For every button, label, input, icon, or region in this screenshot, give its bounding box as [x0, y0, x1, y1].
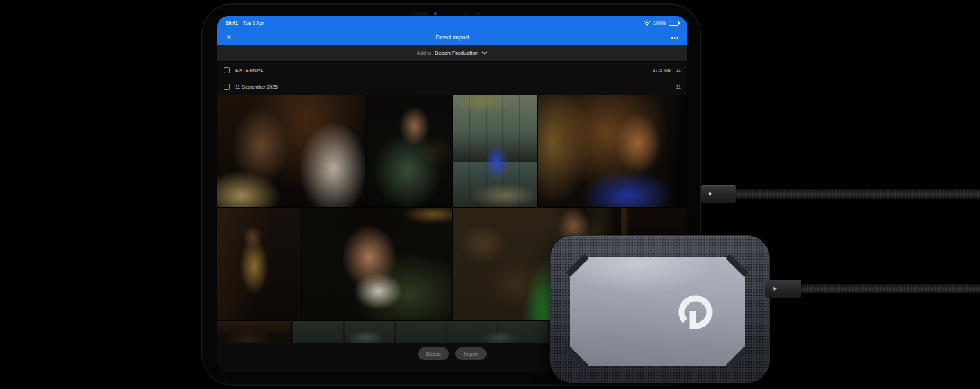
ambient-sensor [465, 13, 467, 15]
source-row-external: EXTERNAL 17.6 MB – 11 [217, 62, 687, 78]
date-label: Tue 1 Apr [243, 21, 264, 26]
date-checkbox[interactable] [224, 84, 230, 90]
g-drive-logo [676, 293, 715, 332]
clock: 09:41 [226, 21, 238, 26]
usb-cable-top [735, 189, 980, 199]
lightning-icon [707, 191, 714, 197]
import-button[interactable]: Import [455, 347, 487, 360]
photo-thumbnail-4[interactable] [538, 95, 687, 207]
battery-icon [669, 21, 679, 26]
more-options-icon[interactable]: ••• [660, 35, 687, 41]
usb-cable-bottom [800, 284, 980, 293]
status-bar: 09:41 Tue 1 Apr 100% [217, 16, 687, 30]
add-to-value: Beach Production [435, 50, 478, 56]
wifi-icon [644, 20, 651, 26]
page-title: Direct import [245, 34, 660, 41]
photo-thumbnail-5[interactable] [217, 208, 301, 320]
usb-connector-top [701, 185, 736, 203]
photo-thumbnail-6[interactable] [302, 208, 452, 320]
battery-percent: 100% [653, 21, 666, 26]
date-group-count: 11 [676, 84, 681, 89]
usb-connector-bottom [765, 280, 801, 298]
chevron-down-icon [482, 51, 487, 55]
photo-thumbnail-2[interactable] [367, 95, 452, 207]
external-checkbox[interactable] [224, 67, 230, 73]
external-ssd-drive [550, 235, 770, 383]
source-row-date: 11 September 2025 11 [217, 78, 687, 95]
front-camera-icon [434, 12, 437, 15]
photo-thumbnail-1[interactable] [217, 95, 366, 207]
source-label: EXTERNAL [235, 68, 264, 73]
photo-thumbnail-9[interactable] [217, 321, 291, 343]
delete-button[interactable]: Delete [418, 347, 450, 360]
add-to-label: Add to [417, 51, 431, 55]
date-group-label: 11 September 2025 [235, 84, 278, 89]
lightning-icon [771, 286, 778, 291]
close-icon[interactable]: ✕ [217, 34, 245, 41]
add-to-dropdown[interactable]: Add to Beach Production [217, 45, 687, 62]
drive-metal-plate [570, 257, 745, 366]
title-bar: ✕ Direct import ••• [217, 30, 687, 45]
scene: 09:41 Tue 1 Apr 100% ✕ Direct import ••• [0, 0, 980, 389]
source-size-count: 17.6 MB – 11 [653, 68, 681, 73]
photo-thumbnail-3[interactable] [453, 95, 537, 207]
